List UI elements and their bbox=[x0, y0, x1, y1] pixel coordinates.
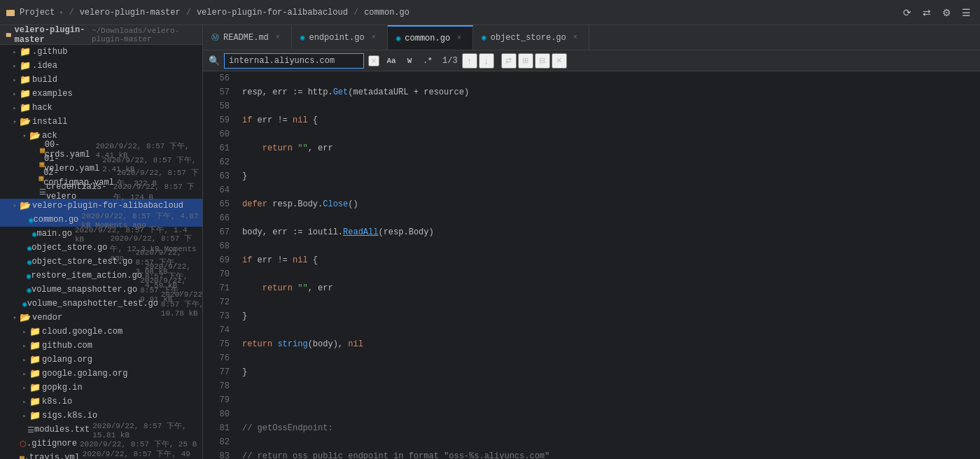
arrow-icon bbox=[10, 48, 20, 56]
search-select-all-button[interactable]: ⊞ bbox=[518, 53, 533, 69]
tab-object-store-close[interactable]: × bbox=[570, 33, 580, 43]
search-filter-button[interactable]: ⊟ bbox=[535, 53, 550, 69]
match-case-button[interactable]: Aa bbox=[384, 53, 399, 69]
search-count: 1/3 bbox=[442, 56, 458, 66]
settings-icon[interactable]: ⚙ bbox=[938, 4, 955, 21]
arrow-icon bbox=[20, 398, 29, 406]
search-bar: 🔍 × Aa W .* 1/3 ↑ ↓ ⇄ ⊞ ⊟ ✕ bbox=[203, 50, 980, 71]
code-editor[interactable]: 56 57 58 59 60 61 62 63 64 65 66 67 68 6… bbox=[203, 71, 980, 459]
project-label: Project bbox=[20, 8, 55, 17]
project-name: velero-plugin-master bbox=[15, 25, 86, 45]
arrow-icon bbox=[20, 342, 29, 350]
arrow-icon bbox=[20, 412, 29, 420]
go-file-icon: ◉ bbox=[27, 243, 32, 253]
search-close-button[interactable]: ✕ bbox=[552, 53, 567, 69]
sidebar-item-k8s-io[interactable]: 📁 k8s.io bbox=[0, 395, 202, 409]
search-nav-buttons: ↑ ↓ bbox=[462, 53, 494, 69]
tab-readme-label: README.md bbox=[223, 33, 269, 43]
tab-bar: Ⓜ README.md × ◉ endpoint.go × ◉ common.g… bbox=[203, 25, 980, 50]
arrow-icon bbox=[20, 370, 29, 378]
code-line-68: // getOssEndpoint: bbox=[242, 421, 980, 435]
arrow-icon bbox=[10, 202, 20, 210]
sidebar-item-gopkg[interactable]: 📁 gopkg.in bbox=[0, 381, 202, 395]
go-file-icon: ◉ bbox=[22, 299, 27, 309]
yaml-file-icon: ▦ bbox=[39, 160, 44, 169]
code-line-58: return "", err bbox=[242, 141, 980, 155]
project-dropdown-icon[interactable]: ▾ bbox=[59, 8, 63, 17]
code-line-61: body, err := ioutil.ReadAll(resp.Body) bbox=[242, 225, 980, 239]
search-options: Aa W .* bbox=[384, 53, 435, 69]
project-path: ~/Downloads/velero-plugin-master bbox=[92, 27, 197, 43]
tab-object-store-label: object_store.go bbox=[491, 33, 566, 43]
sidebar-item-cloud-google[interactable]: 📁 cloud.google.com bbox=[0, 325, 202, 339]
sidebar-item-credentials[interactable]: ☰ credentials-velero 2020/9/22, 8:57 下午,… bbox=[0, 185, 202, 199]
search-magnifier-icon: 🔍 bbox=[209, 55, 220, 66]
code-content[interactable]: resp, err := http.Get(metadataURL + reso… bbox=[237, 71, 980, 459]
code-line-56: resp, err := http.Get(metadataURL + reso… bbox=[242, 85, 980, 99]
top-bar: Project ▾ / velero-plugin-master / veler… bbox=[0, 0, 980, 25]
sidebar-item-google-golang[interactable]: 📁 google.golang.org bbox=[0, 367, 202, 381]
breadcrumb-folder: velero-plugin-for-alibabacloud bbox=[197, 8, 348, 17]
sidebar-item-hack[interactable]: 📁 hack bbox=[0, 101, 202, 115]
sidebar-item-github[interactable]: 📁 .github bbox=[0, 45, 202, 59]
regex-button[interactable]: .* bbox=[420, 53, 435, 69]
tab-common-close[interactable]: × bbox=[454, 34, 464, 43]
svg-rect-1 bbox=[6, 10, 10, 11]
search-wrap-button[interactable]: ⇄ bbox=[501, 53, 517, 69]
arrow-icon bbox=[10, 76, 20, 84]
arrow-icon bbox=[20, 384, 29, 392]
folder-icon bbox=[6, 8, 15, 17]
sync-icon[interactable]: ⟳ bbox=[899, 4, 916, 21]
generic-file-icon: ☰ bbox=[39, 188, 46, 197]
yaml-file-icon: ▦ bbox=[40, 146, 45, 155]
arrow-icon bbox=[20, 328, 29, 336]
sidebar-file-tree: 📁 .github 📁 .idea 📁 build 📁 examples bbox=[0, 45, 202, 459]
tab-common-label: common.go bbox=[405, 34, 450, 43]
tab-endpoint-close[interactable]: × bbox=[369, 33, 379, 43]
whole-word-button[interactable]: W bbox=[402, 53, 417, 69]
sidebar-item-modules-txt[interactable]: ☰ modules.txt 2020/9/22, 8:57 下午, 15.81 … bbox=[0, 423, 202, 437]
common-tab-icon: ◉ bbox=[396, 34, 401, 43]
search-clear-button[interactable]: × bbox=[368, 55, 379, 66]
top-bar-icons: ⟳ ⇄ ⚙ ☰ bbox=[899, 4, 974, 21]
sidebar-item-build[interactable]: 📁 build bbox=[0, 73, 202, 87]
main-area: velero-plugin-master ~/Downloads/velero-… bbox=[0, 25, 980, 459]
sidebar-item-examples[interactable]: 📁 examples bbox=[0, 87, 202, 101]
search-prev-button[interactable]: ↑ bbox=[462, 53, 477, 69]
menu-icon[interactable]: ☰ bbox=[958, 4, 974, 21]
tab-readme[interactable]: Ⓜ README.md × bbox=[203, 25, 292, 50]
code-line-57: if err != nil { bbox=[242, 113, 980, 127]
sidebar-item-volume-snapshotter-test[interactable]: ◉ volume_snapshotter_test.go 2020/9/22, … bbox=[0, 297, 202, 311]
line-numbers: 56 57 58 59 60 61 62 63 64 65 66 67 68 6… bbox=[203, 71, 237, 459]
yaml-file-icon: ▦ bbox=[39, 174, 44, 183]
tab-endpoint[interactable]: ◉ endpoint.go × bbox=[292, 25, 388, 50]
search-extra-options: ⇄ ⊞ ⊟ ✕ bbox=[501, 53, 567, 69]
search-next-button[interactable]: ↓ bbox=[479, 53, 494, 69]
sidebar-item-travis[interactable]: ▦ .travis.yml 2020/9/22, 8:57 下午, 49 B bbox=[0, 451, 202, 459]
search-input[interactable] bbox=[224, 53, 364, 69]
sidebar-item-idea[interactable]: 📁 .idea bbox=[0, 59, 202, 73]
code-line-62: if err != nil { bbox=[242, 253, 980, 267]
tab-endpoint-label: endpoint.go bbox=[309, 33, 364, 43]
code-line-67 bbox=[242, 393, 980, 407]
code-line-59: } bbox=[242, 169, 980, 183]
sidebar: velero-plugin-master ~/Downloads/velero-… bbox=[0, 25, 203, 459]
arrow-icon bbox=[10, 90, 20, 98]
code-line-65: return string(body), nil bbox=[242, 337, 980, 351]
code-line-63: return "", err bbox=[242, 281, 980, 295]
sidebar-item-golang-org[interactable]: 📁 golang.org bbox=[0, 353, 202, 367]
code-line-66: } bbox=[242, 365, 980, 379]
go-file-icon: ◉ bbox=[27, 257, 32, 267]
arrow-icon bbox=[20, 132, 29, 140]
go-file-icon: ◉ bbox=[27, 271, 31, 281]
arrow-icon bbox=[10, 104, 20, 112]
tab-object-store[interactable]: ◉ object_store.go × bbox=[473, 25, 589, 50]
sidebar-item-github-com[interactable]: 📁 github.com bbox=[0, 339, 202, 353]
endpoint-tab-icon: ◉ bbox=[300, 33, 305, 42]
code-line-69: // return oss public endpoint in format … bbox=[242, 449, 980, 459]
tab-readme-close[interactable]: × bbox=[273, 33, 283, 43]
breadcrumb-file: common.go bbox=[364, 8, 410, 17]
sidebar-item-install[interactable]: 📂 install bbox=[0, 115, 202, 129]
split-icon[interactable]: ⇄ bbox=[918, 4, 935, 21]
tab-common[interactable]: ◉ common.go × bbox=[388, 25, 473, 50]
